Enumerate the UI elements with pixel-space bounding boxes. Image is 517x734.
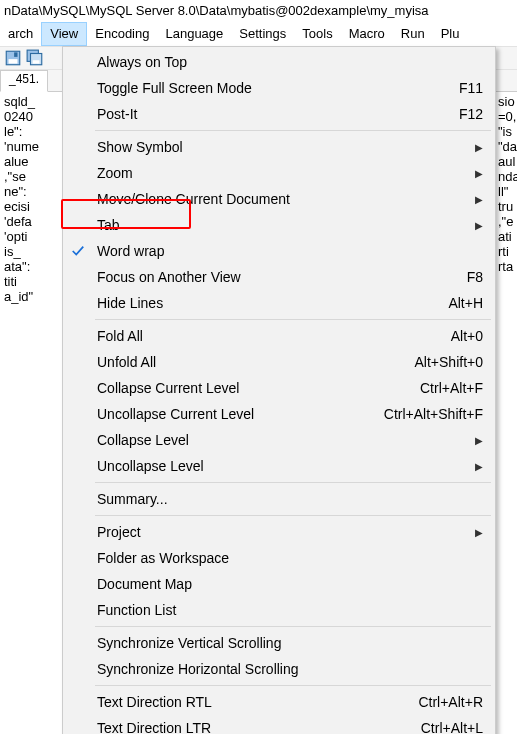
menu-item-folder-as-workspace[interactable]: Folder as Workspace — [65, 545, 493, 571]
menu-item-hide-lines[interactable]: Hide LinesAlt+H — [65, 290, 493, 316]
menu-item-show-symbol[interactable]: Show Symbol▶ — [65, 134, 493, 160]
editor-area-right[interactable]: sio=0,"is"daaulndall"tru,"eatirtirta — [494, 92, 517, 734]
title-text: nData\MySQL\MySQL Server 8.0\Data\mybati… — [4, 3, 429, 18]
menu-item-shortcut: F12 — [459, 106, 483, 122]
chevron-right-icon: ▶ — [473, 168, 483, 179]
editor-line: 0240 — [4, 109, 58, 124]
menu-item-label: Zoom — [97, 165, 473, 181]
menu-item-word-wrap[interactable]: Word wrap — [65, 238, 493, 264]
tab-label: _451. — [9, 72, 39, 86]
editor-line: a_id" — [4, 289, 58, 304]
editor-line: ,"e — [498, 214, 513, 229]
menu-item-zoom[interactable]: Zoom▶ — [65, 160, 493, 186]
editor-line: sqld_ — [4, 94, 58, 109]
editor-line: =0, — [498, 109, 513, 124]
chevron-right-icon: ▶ — [473, 527, 483, 538]
menu-item-uncollapse-level[interactable]: Uncollapse Level▶ — [65, 453, 493, 479]
menu-item-uncollapse-current-level[interactable]: Uncollapse Current LevelCtrl+Alt+Shift+F — [65, 401, 493, 427]
view-menu: Always on TopToggle Full Screen ModeF11P… — [62, 46, 496, 734]
menu-separator — [95, 130, 491, 131]
menu-item-fold-all[interactable]: Fold AllAlt+0 — [65, 323, 493, 349]
menu-item-function-list[interactable]: Function List — [65, 597, 493, 623]
menu-tools[interactable]: Tools — [294, 22, 340, 46]
menu-bar: archViewEncodingLanguageSettingsToolsMac… — [0, 22, 517, 46]
menu-item-label: Move/Clone Current Document — [97, 191, 473, 207]
menu-item-label: Text Direction LTR — [97, 720, 421, 734]
menu-item-text-direction-rtl[interactable]: Text Direction RTLCtrl+Alt+R — [65, 689, 493, 715]
editor-line: titi — [4, 274, 58, 289]
editor-line: alue — [4, 154, 58, 169]
editor-line: "is — [498, 124, 513, 139]
menu-item-shortcut: Ctrl+Alt+L — [421, 720, 483, 734]
menu-item-project[interactable]: Project▶ — [65, 519, 493, 545]
editor-line: ata": — [4, 259, 58, 274]
svg-rect-5 — [33, 60, 40, 63]
menu-language[interactable]: Language — [157, 22, 231, 46]
menu-item-label: Word wrap — [97, 243, 483, 259]
menu-item-synchronize-vertical-scrolling[interactable]: Synchronize Vertical Scrolling — [65, 630, 493, 656]
menu-item-label: Hide Lines — [97, 295, 448, 311]
editor-line: ll" — [498, 184, 513, 199]
editor-line: ati — [498, 229, 513, 244]
chevron-right-icon: ▶ — [473, 461, 483, 472]
menu-macro[interactable]: Macro — [341, 22, 393, 46]
menu-item-document-map[interactable]: Document Map — [65, 571, 493, 597]
menu-plu[interactable]: Plu — [433, 22, 468, 46]
menu-item-shortcut: Ctrl+Alt+R — [418, 694, 483, 710]
editor-line: "da — [498, 139, 513, 154]
menu-item-label: Unfold All — [97, 354, 415, 370]
menu-item-label: Document Map — [97, 576, 483, 592]
menu-item-label: Toggle Full Screen Mode — [97, 80, 459, 96]
menu-item-focus-on-another-view[interactable]: Focus on Another ViewF8 — [65, 264, 493, 290]
menu-settings[interactable]: Settings — [231, 22, 294, 46]
menu-separator — [95, 515, 491, 516]
save-all-icon[interactable] — [26, 49, 44, 67]
menu-item-always-on-top[interactable]: Always on Top — [65, 49, 493, 75]
editor-line: 'defa — [4, 214, 58, 229]
menu-item-label: Synchronize Vertical Scrolling — [97, 635, 483, 651]
menu-encoding[interactable]: Encoding — [87, 22, 157, 46]
menu-item-unfold-all[interactable]: Unfold AllAlt+Shift+0 — [65, 349, 493, 375]
menu-item-text-direction-ltr[interactable]: Text Direction LTRCtrl+Alt+L — [65, 715, 493, 734]
menu-item-move-clone-current-document[interactable]: Move/Clone Current Document▶ — [65, 186, 493, 212]
editor-line: is_ — [4, 244, 58, 259]
editor-line: nda — [498, 169, 513, 184]
editor-area[interactable]: sqld_0240le":'numealue,"sene":ecisi'defa… — [0, 92, 62, 734]
check-icon — [71, 244, 87, 258]
editor-line: 'opti — [4, 229, 58, 244]
menu-item-post-it[interactable]: Post-ItF12 — [65, 101, 493, 127]
save-icon[interactable] — [4, 49, 22, 67]
menu-item-label: Show Symbol — [97, 139, 473, 155]
menu-item-label: Collapse Current Level — [97, 380, 420, 396]
editor-line: aul — [498, 154, 513, 169]
chevron-right-icon: ▶ — [473, 435, 483, 446]
menu-item-shortcut: Ctrl+Alt+F — [420, 380, 483, 396]
editor-line: tru — [498, 199, 513, 214]
menu-item-collapse-level[interactable]: Collapse Level▶ — [65, 427, 493, 453]
menu-item-label: Tab — [97, 217, 473, 233]
menu-view[interactable]: View — [41, 22, 87, 46]
menu-separator — [95, 626, 491, 627]
menu-item-shortcut: F11 — [459, 80, 483, 96]
menu-run[interactable]: Run — [393, 22, 433, 46]
editor-line: rta — [498, 259, 513, 274]
menu-arch[interactable]: arch — [0, 22, 41, 46]
document-tab[interactable]: _451. — [0, 70, 48, 92]
menu-item-label: Function List — [97, 602, 483, 618]
menu-item-label: Uncollapse Level — [97, 458, 473, 474]
menu-item-label: Always on Top — [97, 54, 483, 70]
menu-item-shortcut: Alt+Shift+0 — [415, 354, 484, 370]
editor-line: ecisi — [4, 199, 58, 214]
menu-item-synchronize-horizontal-scrolling[interactable]: Synchronize Horizontal Scrolling — [65, 656, 493, 682]
editor-line: sio — [498, 94, 513, 109]
editor-line: ,"se — [4, 169, 58, 184]
menu-item-tab[interactable]: Tab▶ — [65, 212, 493, 238]
menu-item-shortcut: F8 — [467, 269, 483, 285]
menu-item-summary[interactable]: Summary... — [65, 486, 493, 512]
svg-rect-1 — [9, 59, 18, 64]
title-bar: nData\MySQL\MySQL Server 8.0\Data\mybati… — [0, 0, 517, 22]
menu-item-toggle-full-screen-mode[interactable]: Toggle Full Screen ModeF11 — [65, 75, 493, 101]
menu-item-collapse-current-level[interactable]: Collapse Current LevelCtrl+Alt+F — [65, 375, 493, 401]
editor-line: le": — [4, 124, 58, 139]
menu-separator — [95, 685, 491, 686]
